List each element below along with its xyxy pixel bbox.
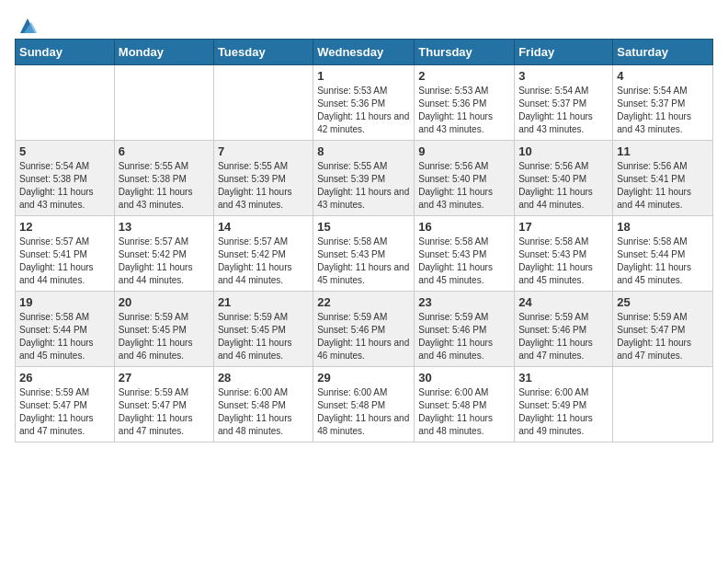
day-number: 18 bbox=[617, 220, 709, 234]
day-info: Sunrise: 5:55 AM Sunset: 5:38 PM Dayligh… bbox=[119, 160, 210, 212]
calendar-cell: 18Sunrise: 5:58 AM Sunset: 5:44 PM Dayli… bbox=[613, 216, 713, 292]
day-info: Sunrise: 5:57 AM Sunset: 5:42 PM Dayligh… bbox=[218, 236, 309, 287]
calendar-cell: 9Sunrise: 5:56 AM Sunset: 5:40 PM Daylig… bbox=[415, 141, 515, 216]
calendar-cell: 23Sunrise: 5:59 AM Sunset: 5:46 PM Dayli… bbox=[415, 292, 515, 367]
calendar-cell: 4Sunrise: 5:54 AM Sunset: 5:37 PM Daylig… bbox=[613, 65, 713, 141]
calendar-cell: 20Sunrise: 5:59 AM Sunset: 5:45 PM Dayli… bbox=[114, 292, 213, 367]
calendar-cell: 26Sunrise: 5:59 AM Sunset: 5:47 PM Dayli… bbox=[16, 367, 115, 442]
day-number: 7 bbox=[218, 144, 309, 158]
calendar-week-3: 12Sunrise: 5:57 AM Sunset: 5:41 PM Dayli… bbox=[16, 216, 713, 292]
logo bbox=[15, 15, 39, 31]
calendar-cell: 28Sunrise: 6:00 AM Sunset: 5:48 PM Dayli… bbox=[213, 367, 313, 442]
day-number: 5 bbox=[19, 144, 110, 158]
day-number: 29 bbox=[317, 371, 410, 385]
day-info: Sunrise: 5:57 AM Sunset: 5:42 PM Dayligh… bbox=[119, 236, 210, 287]
header-friday: Friday bbox=[515, 40, 613, 65]
calendar-cell: 15Sunrise: 5:58 AM Sunset: 5:43 PM Dayli… bbox=[313, 216, 415, 292]
day-info: Sunrise: 6:00 AM Sunset: 5:48 PM Dayligh… bbox=[418, 386, 510, 438]
day-info: Sunrise: 5:58 AM Sunset: 5:43 PM Dayligh… bbox=[518, 236, 609, 287]
calendar-cell: 2Sunrise: 5:53 AM Sunset: 5:36 PM Daylig… bbox=[415, 65, 515, 141]
day-number: 17 bbox=[518, 220, 609, 234]
day-number: 24 bbox=[518, 295, 609, 309]
day-number: 19 bbox=[19, 295, 110, 309]
day-info: Sunrise: 5:59 AM Sunset: 5:47 PM Dayligh… bbox=[19, 386, 110, 438]
calendar-cell: 5Sunrise: 5:54 AM Sunset: 5:38 PM Daylig… bbox=[16, 141, 115, 216]
calendar-cell bbox=[213, 65, 313, 141]
day-number: 15 bbox=[317, 220, 410, 234]
day-info: Sunrise: 5:59 AM Sunset: 5:47 PM Dayligh… bbox=[617, 311, 709, 362]
day-info: Sunrise: 5:54 AM Sunset: 5:37 PM Dayligh… bbox=[617, 85, 709, 136]
day-info: Sunrise: 5:53 AM Sunset: 5:36 PM Dayligh… bbox=[418, 85, 510, 136]
header-saturday: Saturday bbox=[613, 40, 713, 65]
day-info: Sunrise: 6:00 AM Sunset: 5:48 PM Dayligh… bbox=[317, 386, 410, 438]
calendar-cell: 21Sunrise: 5:59 AM Sunset: 5:45 PM Dayli… bbox=[213, 292, 313, 367]
day-info: Sunrise: 5:58 AM Sunset: 5:44 PM Dayligh… bbox=[19, 311, 110, 362]
calendar-cell bbox=[16, 65, 115, 141]
calendar-cell: 10Sunrise: 5:56 AM Sunset: 5:40 PM Dayli… bbox=[515, 141, 613, 216]
calendar-cell: 19Sunrise: 5:58 AM Sunset: 5:44 PM Dayli… bbox=[16, 292, 115, 367]
day-info: Sunrise: 5:55 AM Sunset: 5:39 PM Dayligh… bbox=[218, 160, 309, 212]
day-number: 10 bbox=[518, 144, 609, 158]
header-tuesday: Tuesday bbox=[213, 40, 313, 65]
calendar-cell: 1Sunrise: 5:53 AM Sunset: 5:36 PM Daylig… bbox=[313, 65, 415, 141]
header-wednesday: Wednesday bbox=[313, 40, 415, 65]
day-info: Sunrise: 5:59 AM Sunset: 5:45 PM Dayligh… bbox=[119, 311, 210, 362]
day-number: 25 bbox=[617, 295, 709, 309]
calendar-week-5: 26Sunrise: 5:59 AM Sunset: 5:47 PM Dayli… bbox=[16, 367, 713, 442]
calendar-cell: 31Sunrise: 6:00 AM Sunset: 5:49 PM Dayli… bbox=[515, 367, 613, 442]
day-info: Sunrise: 5:59 AM Sunset: 5:46 PM Dayligh… bbox=[317, 311, 410, 362]
calendar-table: SundayMondayTuesdayWednesdayThursdayFrid… bbox=[15, 39, 713, 442]
day-info: Sunrise: 5:55 AM Sunset: 5:39 PM Dayligh… bbox=[317, 160, 410, 212]
calendar-cell: 13Sunrise: 5:57 AM Sunset: 5:42 PM Dayli… bbox=[114, 216, 213, 292]
day-number: 9 bbox=[418, 144, 510, 158]
day-info: Sunrise: 5:54 AM Sunset: 5:37 PM Dayligh… bbox=[518, 85, 609, 136]
day-info: Sunrise: 5:59 AM Sunset: 5:46 PM Dayligh… bbox=[518, 311, 609, 362]
header-monday: Monday bbox=[114, 40, 213, 65]
day-number: 2 bbox=[418, 69, 510, 83]
calendar-cell: 29Sunrise: 6:00 AM Sunset: 5:48 PM Dayli… bbox=[313, 367, 415, 442]
day-info: Sunrise: 5:58 AM Sunset: 5:43 PM Dayligh… bbox=[418, 236, 510, 287]
header-sunday: Sunday bbox=[16, 40, 115, 65]
day-number: 14 bbox=[218, 220, 309, 234]
day-number: 31 bbox=[518, 371, 609, 385]
day-info: Sunrise: 5:58 AM Sunset: 5:44 PM Dayligh… bbox=[617, 236, 709, 287]
day-info: Sunrise: 5:59 AM Sunset: 5:46 PM Dayligh… bbox=[418, 311, 510, 362]
day-number: 12 bbox=[19, 220, 110, 234]
calendar-cell: 24Sunrise: 5:59 AM Sunset: 5:46 PM Dayli… bbox=[515, 292, 613, 367]
calendar-cell: 7Sunrise: 5:55 AM Sunset: 5:39 PM Daylig… bbox=[213, 141, 313, 216]
calendar-cell: 8Sunrise: 5:55 AM Sunset: 5:39 PM Daylig… bbox=[313, 141, 415, 216]
calendar-week-2: 5Sunrise: 5:54 AM Sunset: 5:38 PM Daylig… bbox=[16, 141, 713, 216]
calendar-week-4: 19Sunrise: 5:58 AM Sunset: 5:44 PM Dayli… bbox=[16, 292, 713, 367]
day-number: 23 bbox=[418, 295, 510, 309]
day-info: Sunrise: 6:00 AM Sunset: 5:48 PM Dayligh… bbox=[218, 386, 309, 438]
day-number: 30 bbox=[418, 371, 510, 385]
page-header bbox=[15, 15, 713, 31]
calendar-cell bbox=[114, 65, 213, 141]
day-info: Sunrise: 5:56 AM Sunset: 5:40 PM Dayligh… bbox=[418, 160, 510, 212]
day-number: 3 bbox=[518, 69, 609, 83]
day-number: 11 bbox=[617, 144, 709, 158]
day-info: Sunrise: 5:53 AM Sunset: 5:36 PM Dayligh… bbox=[317, 85, 410, 136]
calendar-cell: 14Sunrise: 5:57 AM Sunset: 5:42 PM Dayli… bbox=[213, 216, 313, 292]
day-number: 28 bbox=[218, 371, 309, 385]
day-number: 13 bbox=[119, 220, 210, 234]
calendar-week-1: 1Sunrise: 5:53 AM Sunset: 5:36 PM Daylig… bbox=[16, 65, 713, 141]
day-number: 8 bbox=[317, 144, 410, 158]
day-number: 27 bbox=[119, 371, 210, 385]
day-number: 26 bbox=[19, 371, 110, 385]
calendar-cell: 27Sunrise: 5:59 AM Sunset: 5:47 PM Dayli… bbox=[114, 367, 213, 442]
day-info: Sunrise: 5:57 AM Sunset: 5:41 PM Dayligh… bbox=[19, 236, 110, 287]
calendar-cell: 25Sunrise: 5:59 AM Sunset: 5:47 PM Dayli… bbox=[613, 292, 713, 367]
calendar-header-row: SundayMondayTuesdayWednesdayThursdayFrid… bbox=[16, 40, 713, 65]
day-number: 21 bbox=[218, 295, 309, 309]
calendar-cell: 22Sunrise: 5:59 AM Sunset: 5:46 PM Dayli… bbox=[313, 292, 415, 367]
day-info: Sunrise: 5:56 AM Sunset: 5:40 PM Dayligh… bbox=[518, 160, 609, 212]
calendar-cell: 6Sunrise: 5:55 AM Sunset: 5:38 PM Daylig… bbox=[114, 141, 213, 216]
day-info: Sunrise: 5:58 AM Sunset: 5:43 PM Dayligh… bbox=[317, 236, 410, 287]
day-number: 20 bbox=[119, 295, 210, 309]
calendar-cell: 30Sunrise: 6:00 AM Sunset: 5:48 PM Dayli… bbox=[415, 367, 515, 442]
day-number: 1 bbox=[317, 69, 410, 83]
day-number: 4 bbox=[617, 69, 709, 83]
day-number: 16 bbox=[418, 220, 510, 234]
header-thursday: Thursday bbox=[415, 40, 515, 65]
